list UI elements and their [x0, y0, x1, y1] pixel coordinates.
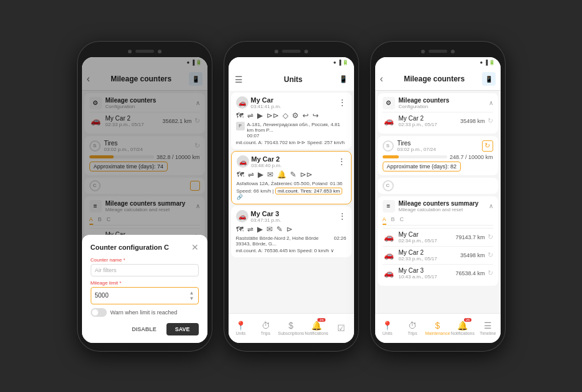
dialog-close-button[interactable]: ✕ [191, 242, 199, 252]
unit-icon-route[interactable]: ⇌ [247, 111, 253, 120]
unit-icon-note2[interactable]: ✎ [290, 170, 296, 179]
arrow-down[interactable]: ▼ [189, 296, 194, 301]
unit-icon-msg2[interactable]: ✉ [267, 170, 273, 179]
refresh-icon-right[interactable]: ↻ [488, 117, 493, 125]
car-name-r2: My Car 3 [399, 267, 456, 274]
nav-trips-right[interactable]: ⏱ Trips [400, 314, 425, 343]
refresh-r2[interactable]: ↻ [488, 269, 493, 277]
nav-trips-center[interactable]: ⏱ Trips [253, 314, 278, 343]
app-header-right: ‹ Mileage counters 📱 [375, 68, 501, 91]
nav-units-center[interactable]: 📍 Units [229, 314, 253, 343]
warn-label: Warn when limit is reached [111, 309, 178, 316]
unit-icon-route2[interactable]: ⇌ [248, 170, 254, 179]
unit-name-block3: My Car 3 03:47:31 p.m. [251, 210, 281, 223]
unit-icon-track2[interactable]: ▶ [258, 170, 263, 179]
timeline-icon-r: ☰ [484, 321, 492, 330]
unit-icon-track[interactable]: ▶ [257, 111, 263, 120]
section-header-left-right: ⚙ Mileage counters Configuration [383, 97, 450, 109]
unit-icon-route3[interactable]: ⇌ [247, 225, 253, 234]
car-km-right: 35498 km [460, 118, 485, 124]
unit-icon-map2[interactable]: 🗺 [237, 170, 244, 179]
disable-button[interactable]: DISABLE [127, 323, 161, 335]
dialog-title: Counter configuration C [91, 244, 170, 251]
nav-subs-right[interactable]: $ Maintenance [425, 314, 450, 343]
nav-notif-center[interactable]: 🔔 26 Notifications [304, 314, 329, 343]
back-button-right[interactable]: ‹ [380, 73, 383, 84]
unit-icon-diamond[interactable]: ◇ [283, 111, 288, 120]
tab-b-right[interactable]: B [391, 215, 395, 225]
car-name-r0: My Car [399, 231, 456, 238]
unit-icon-map[interactable]: 🗺 [236, 111, 243, 120]
header-icon-right[interactable]: 📱 [482, 72, 496, 86]
screen-content-right[interactable]: ⚙ Mileage counters Configuration ∧ 🚗 My … [375, 91, 501, 313]
unit-icon-settings[interactable]: ⚙ [292, 111, 299, 120]
unit-name2: My Car 2 [252, 155, 282, 163]
tires-bar-row-right: 248.7 / 10000 km [383, 154, 493, 160]
summary-header-right: ≡ Mileage counters summary Mileage calcu… [383, 200, 493, 212]
speaker [282, 50, 301, 53]
units-header-icon[interactable]: 📱 [339, 75, 348, 83]
unit-menu-btn3[interactable]: ⋮ [338, 211, 347, 221]
bottom-nav-right: 📍 Units ⏱ Trips $ Maintenance 🔔 26 Not [375, 313, 501, 343]
status-bar-right: ● ▐ 🔋 [375, 57, 501, 68]
save-button[interactable]: SAVE [166, 323, 199, 335]
expand-icon[interactable]: ∨ [330, 248, 334, 253]
unit-icon-back[interactable]: ↩ [302, 111, 309, 120]
unit-icon-forward[interactable]: ↪ [312, 111, 319, 120]
summary-right-car0: 🚗 My Car 02:34 p.m., 05/17 79143.7 km ↻ [383, 228, 493, 246]
settings-icon-right: ⚙ [383, 97, 395, 109]
unit-top-mycar3: 🚗 My Car 3 03:47:31 p.m. ⋮ [236, 210, 347, 223]
trips-icon-r: ⏱ [408, 321, 417, 330]
screen-left: ● ▐ 🔋 ‹ Mileage counters 📱 ⚙ [82, 57, 207, 343]
unit-icon-note3[interactable]: ✎ [276, 225, 283, 234]
subs-label-r: Maintenance [425, 331, 450, 335]
mileage-limit-input[interactable]: 5000 ▲ ▼ [91, 287, 199, 304]
car-km-r0: 79143.7 km [455, 234, 484, 240]
nav-timeline-right[interactable]: ☰ Timeline [475, 314, 500, 343]
warn-toggle[interactable] [91, 308, 107, 317]
units-icon-r: 📍 [382, 321, 393, 330]
tab-c-right[interactable]: C [400, 215, 404, 225]
unit-menu-btn2[interactable]: ⋮ [337, 157, 346, 166]
units-icon: 📍 [235, 321, 246, 330]
nav-notif-right[interactable]: 🔔 26 Notifications [450, 314, 475, 343]
phone-icon: 📱 [485, 76, 493, 83]
nav-units-right[interactable]: 📍 Units [375, 314, 400, 343]
unit-name-row: 🚗 My Car 03:41:41 p.m. [236, 96, 281, 109]
summary-chevron-right[interactable]: ∧ [489, 203, 493, 209]
mileage-limit-label: Mileage limit * [91, 280, 199, 286]
refresh-r0[interactable]: ↻ [488, 233, 493, 241]
unit-address2: Asfaltowa 12A, Żabieniec 05-500, Poland … [237, 181, 346, 186]
chevron-icon-right[interactable]: ∧ [489, 99, 493, 106]
units-list[interactable]: 🚗 My Car 03:41:41 p.m. ⋮ 🗺 ⇌ ▶ ⊳⊳ [229, 91, 354, 313]
unit-icon-track3[interactable]: ▶ [257, 225, 263, 234]
unit-stats: mil.count. A: 79143.702 km ⊳⊳ Speed: 257… [236, 140, 347, 145]
car-km-r1: 35498 km [460, 252, 485, 258]
refresh-r1[interactable]: ↻ [488, 251, 493, 259]
speaker [135, 50, 154, 53]
phone-icon: 📱 [339, 75, 348, 83]
unit-icon-msg3[interactable]: ✉ [266, 225, 273, 234]
mileage-section-header-right: ⚙ Mileage counters Configuration ∧ [383, 97, 493, 109]
tires-refresh-highlighted[interactable]: ↻ [482, 140, 493, 152]
car-icon-right: 🚗 [383, 115, 395, 127]
hamburger-menu[interactable]: ☰ [235, 75, 243, 84]
unit-icon-goto[interactable]: ⊳⊳ [266, 111, 279, 120]
unit-icon-goto3[interactable]: ⊳ [286, 225, 293, 234]
stepper-arrows[interactable]: ▲ ▼ [189, 290, 194, 301]
nav-more-center[interactable]: ☑ [329, 314, 354, 343]
dot [421, 50, 425, 53]
counter-name-input[interactable]: Air filters [91, 264, 199, 276]
unit-menu-btn[interactable]: ⋮ [338, 98, 347, 107]
car-icon-r1: 🚗 [383, 249, 395, 262]
arrow-up[interactable]: ▲ [189, 290, 194, 296]
unit-icon-fwd2[interactable]: ⊳⊳ [300, 170, 312, 179]
unit-icon-map3[interactable]: 🗺 [236, 225, 243, 234]
phones-container: ● ▐ 🔋 ‹ Mileage counters 📱 ⚙ [65, 29, 518, 364]
unit-icon-bell2[interactable]: 🔔 [277, 170, 286, 179]
status-icons: ● ▐ 🔋 [480, 60, 496, 65]
unit-stats2: Speed: 66 km/h | mil.count. Tires: 247.6… [237, 188, 346, 200]
tab-a-right[interactable]: A [383, 215, 386, 225]
car-km-r2: 76538.4 km [455, 270, 484, 276]
nav-subs-center[interactable]: $ Subscriptions [278, 314, 304, 343]
